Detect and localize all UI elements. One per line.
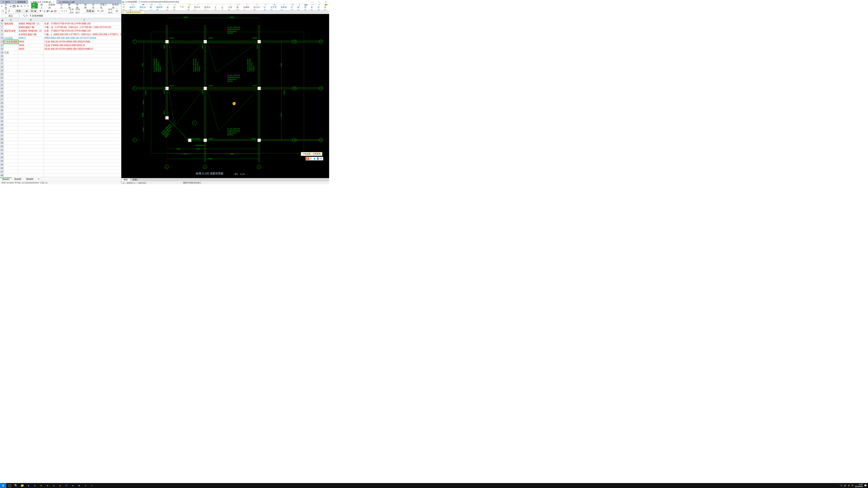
- table-row[interactable]: 29: [0, 105, 121, 109]
- cond-format[interactable]: 条件格式: [108, 8, 114, 13]
- table-row[interactable]: 21: [0, 76, 121, 80]
- tool-icon[interactable]: 中: [309, 157, 313, 160]
- table-row[interactable]: 19: [0, 69, 121, 72]
- table-row[interactable]: 44: [0, 159, 121, 163]
- table-row[interactable]: 31: [0, 112, 121, 116]
- table-row[interactable]: 15: [0, 55, 121, 58]
- col-header[interactable]: C: [44, 18, 121, 22]
- number-format[interactable]: 常规: [86, 9, 95, 13]
- cad-tool-文字查找[interactable]: 🔍文字查找: [271, 4, 278, 10]
- cad-tool-比例[interactable]: %比例: [264, 4, 268, 10]
- align-right-icon[interactable]: ≡: [66, 10, 67, 12]
- cad-tool-我在云盘[interactable]: ☁我在云盘: [140, 4, 147, 10]
- table-row[interactable]: 7加密区箍筋个数个数：2[（1.5*700-50）/100+1]+[（1.5*7…: [0, 26, 121, 29]
- undo-icon[interactable]: ↶: [24, 5, 26, 7]
- cad-tool-屏幕旋转[interactable]: ⟳屏幕旋转: [281, 4, 288, 10]
- size-select[interactable]: 12: [30, 9, 37, 13]
- add-sheet[interactable]: +: [36, 178, 42, 180]
- wrap-button[interactable]: 自动换行: [75, 8, 81, 13]
- cad-tool-标注设置[interactable]: ⚙标注设置: [254, 4, 260, 10]
- table-row[interactable]: 115 支座加强筋2Φ201支座 500-20+15*20+(5850-200-…: [0, 40, 121, 43]
- table-row[interactable]: 47: [0, 170, 121, 174]
- table-row[interactable]: 30: [0, 109, 121, 112]
- table-row[interactable]: 40: [0, 145, 121, 149]
- cad-tool-测量[interactable]: 📏测量: [188, 4, 191, 10]
- sheet-tab[interactable]: Sheet2: [12, 178, 24, 180]
- layout-tab[interactable]: 布局1: [130, 178, 140, 181]
- underline-button[interactable]: U: [43, 10, 45, 12]
- cad-tool-文字[interactable]: T文字: [215, 4, 218, 10]
- table-row[interactable]: 38: [0, 138, 121, 141]
- preview-icon[interactable]: 👁: [20, 5, 23, 7]
- cad-doc-tab[interactable]: 20#商业180428 ×: [124, 11, 145, 14]
- table-row[interactable]: 20: [0, 72, 121, 76]
- italic-button[interactable]: I: [42, 10, 43, 12]
- cad-tool-打开[interactable]: 📂打开: [123, 4, 126, 10]
- spreadsheet-grid[interactable]: ◢ A B C 6箍筋加密加密区 Φ8@100（2）长度：2*300+2*700…: [0, 18, 121, 177]
- cad-tool-恢复[interactable]: ↺恢复: [174, 4, 177, 10]
- cad-tool-资料[interactable]: 📙资料: [324, 4, 328, 10]
- sheet-tab[interactable]: Sheet3: [24, 178, 36, 180]
- comma-icon[interactable]: ¸00: [100, 10, 103, 12]
- tool-icon[interactable]: ⊞: [320, 157, 323, 160]
- cad-viewport[interactable]: C B A C B A C B A 1 2 3 1 5850 8450 5850…: [121, 14, 329, 178]
- minimize-button[interactable]: —: [309, 1, 315, 3]
- cad-tool-风险[interactable]: ⚠风险: [311, 4, 314, 10]
- table-row[interactable]: 18: [0, 65, 121, 69]
- cad-tool-图纸对比[interactable]: ⧉图纸对比: [194, 4, 201, 10]
- table-row[interactable]: 42: [0, 152, 121, 156]
- cad-tool-最近打开[interactable]: 🕘最近打开: [129, 4, 136, 10]
- save-icon[interactable]: 💾: [13, 5, 16, 7]
- close-button[interactable]: ✕: [322, 1, 329, 3]
- merge-button[interactable]: 合并居中: [69, 8, 74, 13]
- font-select[interactable]: 宋体: [15, 9, 29, 13]
- table-row[interactable]: 22: [0, 80, 121, 84]
- table-row[interactable]: 41: [0, 149, 121, 152]
- cad-tool-隐藏标注[interactable]: ◎隐藏标注: [243, 4, 250, 10]
- table-row[interactable]: 32: [0, 116, 121, 120]
- table-row[interactable]: 104 抗扭筋N6Φ125850+8450-200-200-200+(500-2…: [0, 36, 121, 40]
- tool-icon[interactable]: S: [306, 157, 309, 160]
- table-row[interactable]: 16: [0, 58, 121, 62]
- paste-icon[interactable]: 📋: [1, 10, 4, 12]
- fx-icon[interactable]: 🔍 fx: [21, 14, 29, 17]
- table-row[interactable]: 28: [0, 101, 121, 105]
- table-row[interactable]: 34: [0, 123, 121, 127]
- table-row[interactable]: 14汇总: [0, 51, 121, 55]
- border-button[interactable]: ▦▾: [46, 10, 50, 12]
- cad-tool-图形识别[interactable]: 👁图形识别: [204, 4, 211, 10]
- cad-tool-关于[interactable]: ℹ关于: [318, 4, 321, 10]
- table-row[interactable]: 39: [0, 141, 121, 145]
- cad-tool-账号[interactable]: ❓账号: [298, 4, 301, 10]
- cad-tool-编辑[interactable]: ✎编辑: [166, 4, 170, 10]
- model-tab[interactable]: 模型: [121, 178, 130, 181]
- table-row[interactable]: 35: [0, 127, 121, 130]
- select-all[interactable]: ◢: [0, 18, 4, 22]
- table-row[interactable]: 25: [0, 91, 121, 94]
- align-center-icon[interactable]: ≡: [64, 10, 65, 12]
- cad-tool-图纸管理[interactable]: 🗂图纸管理: [156, 4, 163, 10]
- cad-tool-客服[interactable]: 🎧客服: [304, 4, 308, 10]
- table-row[interactable]: 43: [0, 156, 121, 159]
- table-row[interactable]: 9非加密区箍筋个数个数：[（5850-200-250-1.5*700*2）/20…: [0, 33, 121, 36]
- table-row[interactable]: 36: [0, 130, 121, 134]
- sheet-tab[interactable]: Sheet1: [0, 177, 12, 181]
- table-row[interactable]: 27: [0, 98, 121, 101]
- table-row[interactable]: 37: [0, 134, 121, 138]
- cad-tool-删除[interactable]: ⌫删除: [237, 4, 240, 10]
- print-icon[interactable]: 🖶: [17, 5, 19, 7]
- cad-tool-窗口[interactable]: ⊞窗口: [150, 4, 153, 10]
- wps-tab-store[interactable]: ⊞ 稻壳商城: [12, 0, 28, 4]
- tool-icon[interactable]: ◉: [313, 157, 316, 160]
- name-box[interactable]: A11: [2, 14, 20, 18]
- menu-icon[interactable]: ≡: [0, 5, 3, 7]
- formula-input[interactable]: 5 支座加强筋: [29, 14, 121, 18]
- table-row[interactable]: 24: [0, 87, 121, 91]
- table-row[interactable]: 132Φ203支座 500-20+15*20+(8450-200-250)/3=…: [0, 47, 121, 51]
- table-row[interactable]: 8箍筋非加密非加密区 Φ8@200（2）长度：2*300+2*700-8*20+…: [0, 29, 121, 33]
- maximize-button[interactable]: □: [315, 1, 322, 3]
- table-row[interactable]: 48: [0, 174, 121, 177]
- cad-tool-直线[interactable]: ／直线: [221, 4, 225, 10]
- percent-icon[interactable]: %: [97, 10, 99, 12]
- cad-tool-任意线[interactable]: ✐任意线: [228, 4, 233, 10]
